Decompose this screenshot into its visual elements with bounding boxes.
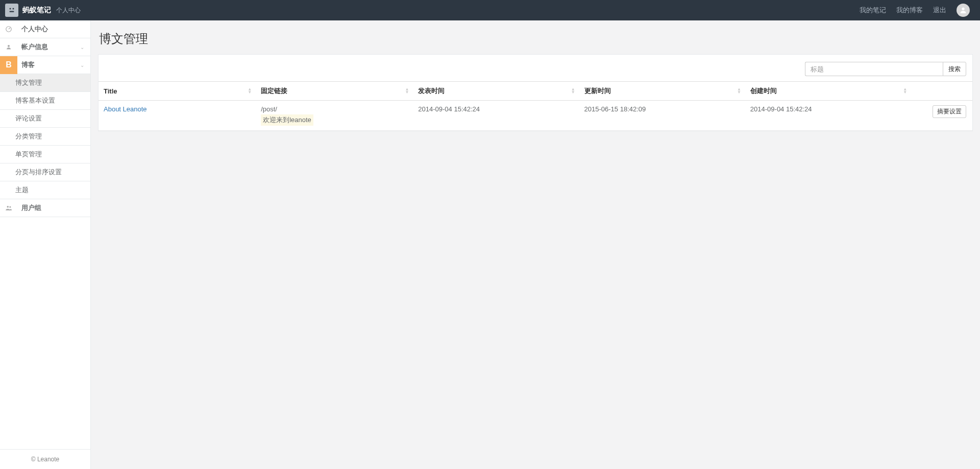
sidebar-footer: © Leanote xyxy=(0,449,90,469)
post-publish-time: 2014-09-04 15:42:24 xyxy=(413,101,579,131)
th-title[interactable]: Title ▲▼ xyxy=(99,82,256,101)
panel: 搜索 Title ▲▼ 固定链接 ▲▼ xyxy=(98,54,973,131)
avatar[interactable] xyxy=(957,4,970,17)
th-label: 创建时间 xyxy=(750,87,777,95)
brand-name: 蚂蚁笔记 xyxy=(22,6,51,15)
th-update-time[interactable]: 更新时间 ▲▼ xyxy=(579,82,745,101)
sidebar-item-label: 个人中心 xyxy=(17,25,90,34)
post-title-link[interactable]: About Leanote xyxy=(104,105,147,113)
user-icon xyxy=(0,44,17,50)
svg-point-3 xyxy=(962,8,964,10)
excerpt-settings-button[interactable]: 摘要设置 xyxy=(933,105,966,118)
chevron-down-icon: ⌄ xyxy=(80,62,90,68)
post-update-time: 2015-06-15 18:42:09 xyxy=(579,101,745,131)
svg-point-1 xyxy=(13,8,14,10)
search-button[interactable]: 搜索 xyxy=(943,62,966,76)
table-row: About Leanote /post/ 欢迎来到leanote 2014-09… xyxy=(99,101,972,131)
sidebar: 个人中心 帐户信息 ⌄ B 博客 ⌄ 博文管理 博客基本设置 评论设置 分类管理… xyxy=(0,20,91,469)
post-permalink: /post/ xyxy=(261,105,408,113)
posts-table: Title ▲▼ 固定链接 ▲▼ 发表时间 ▲▼ 更新时间 xyxy=(99,81,972,131)
sidebar-item-personal-center[interactable]: 个人中心 xyxy=(0,20,90,38)
svg-rect-2 xyxy=(10,11,14,12)
brand-sub: 个人中心 xyxy=(56,6,81,15)
sidebar-sub-comment-settings[interactable]: 评论设置 xyxy=(0,110,90,128)
svg-point-5 xyxy=(8,45,10,47)
search-input[interactable] xyxy=(805,62,943,76)
th-permalink[interactable]: 固定链接 ▲▼ xyxy=(256,82,413,101)
sidebar-item-account-info[interactable]: 帐户信息 ⌄ xyxy=(0,38,90,56)
brand-logo-icon xyxy=(5,4,18,17)
th-label: 固定链接 xyxy=(261,87,287,95)
svg-point-0 xyxy=(10,8,11,10)
header: 蚂蚁笔记 个人中心 我的笔记 我的博客 退出 xyxy=(0,0,980,20)
th-label: 更新时间 xyxy=(584,87,611,95)
sort-icon: ▲▼ xyxy=(248,88,252,94)
sidebar-sub-basic-settings[interactable]: 博客基本设置 xyxy=(0,92,90,110)
brand[interactable]: 蚂蚁笔记 个人中心 xyxy=(5,4,81,17)
sidebar-item-label: 博客基本设置 xyxy=(15,96,55,105)
post-create-time: 2014-09-04 15:42:24 xyxy=(745,101,911,131)
sort-icon: ▲▼ xyxy=(737,88,741,94)
sort-icon: ▲▼ xyxy=(571,88,575,94)
sidebar-item-label: 主题 xyxy=(15,185,29,195)
header-links: 我的笔记 我的博客 退出 xyxy=(860,4,970,17)
sidebar-item-label: 单页管理 xyxy=(15,150,42,159)
svg-point-6 xyxy=(7,206,9,208)
sidebar-item-blog[interactable]: B 博客 ⌄ xyxy=(0,56,90,74)
th-create-time[interactable]: 创建时间 ▲▼ xyxy=(745,82,911,101)
users-icon xyxy=(0,204,17,212)
logout-link[interactable]: 退出 xyxy=(933,6,946,15)
chevron-down-icon: ⌄ xyxy=(80,44,90,50)
sidebar-item-user-group[interactable]: 用户组 xyxy=(0,199,90,217)
my-notes-link[interactable]: 我的笔记 xyxy=(860,6,886,15)
sidebar-sub-paging-sort-settings[interactable]: 分页与排序设置 xyxy=(0,163,90,181)
sidebar-sub-theme[interactable]: 主题 xyxy=(0,181,90,199)
user-icon xyxy=(959,6,967,14)
sidebar-item-label: 分页与排序设置 xyxy=(15,168,62,177)
th-publish-time[interactable]: 发表时间 ▲▼ xyxy=(413,82,579,101)
th-actions xyxy=(911,82,972,101)
svg-point-7 xyxy=(9,206,11,208)
sidebar-sub-category-manage[interactable]: 分类管理 xyxy=(0,128,90,146)
sort-icon: ▲▼ xyxy=(405,88,409,94)
my-blog-link[interactable]: 我的博客 xyxy=(896,6,923,15)
sidebar-item-label: 分类管理 xyxy=(15,132,42,141)
post-excerpt: 欢迎来到leanote xyxy=(261,114,313,126)
sidebar-item-label: 用户组 xyxy=(17,203,90,213)
sidebar-sub-single-page-manage[interactable]: 单页管理 xyxy=(0,146,90,163)
th-label: 发表时间 xyxy=(418,87,445,95)
sidebar-item-label: 博文管理 xyxy=(15,78,42,87)
sidebar-item-label: 博客 xyxy=(17,60,80,69)
main-content: 博文管理 搜索 Title ▲▼ 固定链接 xyxy=(91,20,980,469)
sidebar-sub-post-manage[interactable]: 博文管理 xyxy=(0,74,90,92)
sidebar-item-label: 帐户信息 xyxy=(17,42,80,52)
sort-icon: ▲▼ xyxy=(903,88,907,94)
page-title: 博文管理 xyxy=(99,31,973,47)
sidebar-item-label: 评论设置 xyxy=(15,114,42,123)
search-group: 搜索 xyxy=(805,62,966,76)
blog-badge-icon: B xyxy=(0,56,17,74)
th-label: Title xyxy=(104,87,117,95)
dashboard-icon xyxy=(0,26,17,33)
